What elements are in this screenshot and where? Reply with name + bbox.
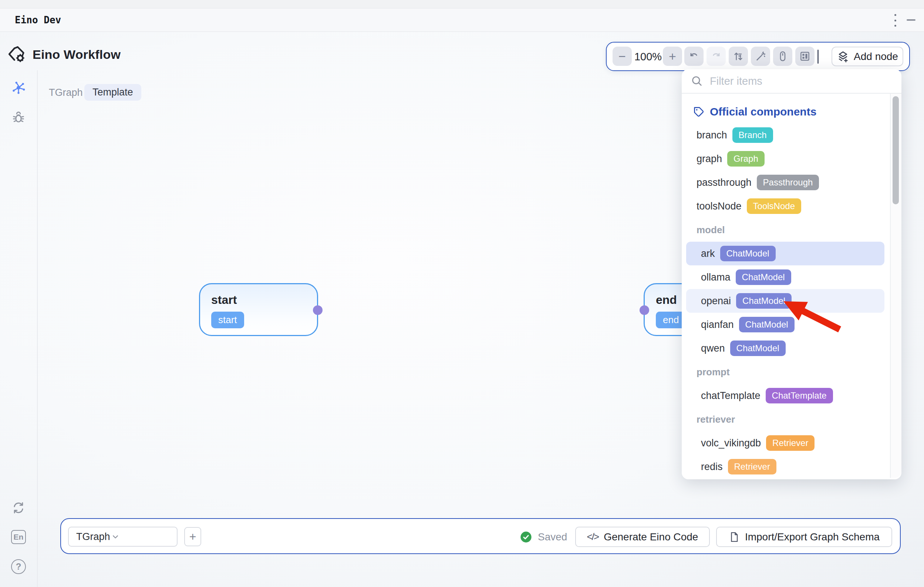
node-title: start bbox=[211, 293, 237, 307]
refresh-icon bbox=[12, 501, 26, 515]
minimap-icon[interactable] bbox=[795, 46, 815, 66]
redo-button[interactable] bbox=[706, 46, 726, 66]
component-label: ollama bbox=[701, 272, 731, 283]
component-label: graph bbox=[696, 153, 722, 165]
sidebar-item-graph[interactable] bbox=[10, 79, 26, 96]
sidebar-item-debug[interactable] bbox=[10, 109, 26, 126]
panel-scrollbar-thumb[interactable] bbox=[893, 96, 899, 204]
zoom-level: 100% bbox=[634, 51, 662, 63]
component-type-badge: Retriever bbox=[728, 459, 776, 475]
sidebar-item-language[interactable]: En bbox=[10, 529, 26, 545]
component-label: chatTemplate bbox=[701, 390, 761, 402]
auto-layout-icon[interactable] bbox=[729, 46, 748, 66]
network-graph-icon bbox=[11, 80, 26, 95]
section-label-prompt: prompt bbox=[682, 360, 890, 384]
node-input-port[interactable] bbox=[640, 305, 649, 315]
filter-items-input[interactable] bbox=[709, 75, 866, 88]
window-title-bar: Eino Dev bbox=[0, 8, 924, 32]
component-label: ark bbox=[701, 248, 715, 260]
component-item-volc_vikingdb[interactable]: volc_vikingdbRetriever bbox=[686, 431, 884, 455]
import-export-label: Import/Export Graph Schema bbox=[745, 531, 879, 543]
sidebar-divider bbox=[37, 70, 38, 587]
component-item-redis[interactable]: redisRetriever bbox=[686, 455, 884, 478]
toolbar-divider bbox=[817, 50, 818, 64]
component-item-qianfan[interactable]: qianfanChatModel bbox=[686, 313, 884, 336]
tag-icon bbox=[693, 106, 705, 118]
official-components-label: Official components bbox=[710, 106, 816, 118]
node-start[interactable]: start start bbox=[199, 283, 318, 336]
component-type-badge: Passthrough bbox=[757, 175, 819, 190]
magic-wand-icon[interactable] bbox=[751, 46, 770, 66]
sidebar-item-help[interactable]: ? bbox=[10, 559, 26, 575]
component-label: passthrough bbox=[696, 177, 752, 189]
component-item-ark[interactable]: arkChatModel bbox=[686, 242, 884, 265]
minimize-icon[interactable] bbox=[907, 19, 916, 21]
window-top-strip bbox=[0, 0, 924, 8]
mouse-mode-icon[interactable] bbox=[773, 46, 792, 66]
page-title: Eino Workflow bbox=[33, 47, 120, 62]
saved-label: Saved bbox=[538, 531, 567, 543]
generate-label: Generate Eino Code bbox=[604, 531, 698, 543]
component-label: branch bbox=[696, 129, 727, 141]
component-label: volc_vikingdb bbox=[701, 438, 761, 449]
component-label: openai bbox=[701, 295, 731, 307]
component-list: Official components branchBranchgraphGra… bbox=[682, 94, 890, 478]
graph-select-value: TGraph bbox=[76, 531, 110, 542]
component-label: redis bbox=[701, 461, 723, 473]
component-item-branch[interactable]: branchBranch bbox=[686, 123, 884, 147]
import-export-schema-button[interactable]: Import/Export Graph Schema bbox=[716, 527, 892, 547]
component-type-badge: ChatModel bbox=[720, 246, 776, 261]
add-node-panel: Official components branchBranchgraphGra… bbox=[682, 69, 901, 479]
component-type-badge: ChatModel bbox=[736, 293, 792, 309]
component-item-passthrough[interactable]: passthroughPassthrough bbox=[686, 170, 884, 194]
official-components-header: Official components bbox=[682, 100, 890, 123]
component-type-badge: ToolsNode bbox=[747, 198, 801, 214]
kebab-menu-icon[interactable] bbox=[892, 14, 898, 26]
node-title: end bbox=[656, 293, 677, 307]
component-item-ollama[interactable]: ollamaChatModel bbox=[686, 265, 884, 289]
graph-select[interactable]: TGraph bbox=[68, 527, 178, 547]
zoom-out-button[interactable]: − bbox=[612, 46, 632, 66]
component-label: qwen bbox=[701, 343, 725, 354]
code-icon: </> bbox=[587, 531, 599, 542]
sidebar-item-refresh[interactable] bbox=[10, 499, 26, 516]
component-item-qwen[interactable]: qwenChatModel bbox=[686, 336, 884, 360]
bottom-status-bar: TGraph + Saved </> Generate Eino Code Im… bbox=[60, 518, 901, 554]
window-title: Eino Dev bbox=[15, 15, 61, 26]
language-en-icon: En bbox=[11, 530, 26, 544]
component-item-toolsNode[interactable]: toolsNodeToolsNode bbox=[686, 194, 884, 218]
help-icon: ? bbox=[11, 559, 26, 574]
section-label-model: model bbox=[682, 218, 890, 242]
zoom-in-button[interactable]: + bbox=[663, 46, 682, 66]
component-item-graph[interactable]: graphGraph bbox=[686, 147, 884, 170]
generate-eino-code-button[interactable]: </> Generate Eino Code bbox=[575, 527, 710, 547]
component-item-chatTemplate[interactable]: chatTemplateChatTemplate bbox=[686, 384, 884, 407]
undo-button[interactable] bbox=[684, 46, 703, 66]
section-label-retriever: retriever bbox=[682, 407, 890, 431]
component-type-badge: Branch bbox=[733, 127, 773, 143]
add-node-button[interactable]: Add node bbox=[832, 46, 903, 66]
component-type-badge: ChatTemplate bbox=[766, 388, 833, 403]
component-label: qianfan bbox=[701, 319, 734, 331]
canvas-toolbar: − 100% + bbox=[606, 42, 910, 71]
component-item-openai[interactable]: openaiChatModel bbox=[686, 289, 884, 313]
node-output-port[interactable] bbox=[313, 305, 323, 315]
component-label: toolsNode bbox=[696, 201, 742, 212]
tab-template[interactable]: Template bbox=[84, 84, 141, 101]
panel-scrollbar-track[interactable] bbox=[890, 94, 901, 478]
layers-plus-icon bbox=[837, 50, 849, 63]
saved-status: Saved bbox=[520, 519, 567, 555]
tab-tgraph[interactable]: TGraph bbox=[44, 84, 88, 101]
eino-logo-icon bbox=[7, 45, 27, 65]
file-icon bbox=[729, 531, 740, 542]
add-graph-button[interactable]: + bbox=[184, 527, 201, 546]
bug-icon bbox=[12, 111, 26, 125]
node-chip: start bbox=[211, 312, 244, 328]
component-type-badge: ChatModel bbox=[736, 270, 791, 285]
component-type-badge: Graph bbox=[727, 151, 765, 167]
component-type-badge: ChatModel bbox=[739, 317, 795, 332]
add-node-label: Add node bbox=[854, 51, 898, 63]
chevron-down-icon bbox=[110, 531, 120, 542]
component-type-badge: Retriever bbox=[766, 435, 815, 451]
filter-search-bar bbox=[682, 69, 901, 94]
